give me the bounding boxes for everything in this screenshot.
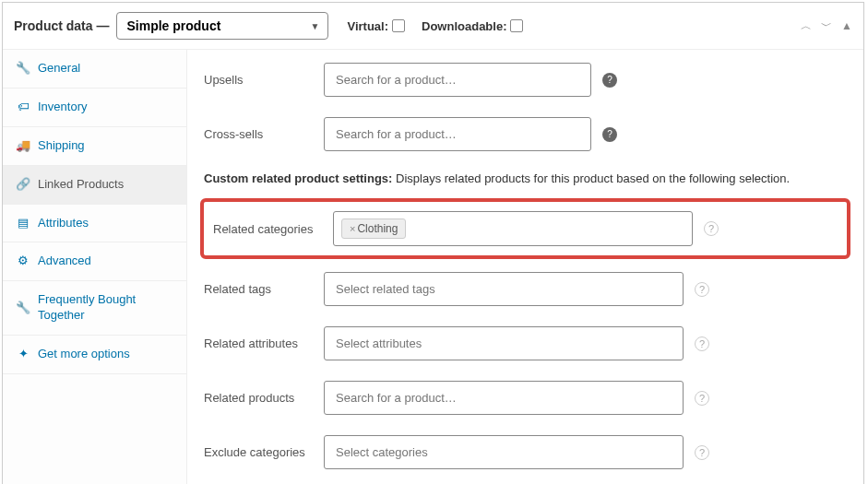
upsells-input[interactable] <box>324 63 591 97</box>
related-categories-input[interactable]: × Clothing <box>333 211 693 246</box>
exclude-categories-label: Exclude categories <box>204 445 324 459</box>
related-attributes-select[interactable]: Select attributes <box>324 326 684 360</box>
tab-label: General <box>38 61 80 77</box>
tab-frequently-bought[interactable]: 🔧 Frequently Bought Together <box>3 281 186 336</box>
header-options: Virtual: Downloadable: <box>347 19 523 33</box>
gear-icon: ⚙ <box>16 254 30 269</box>
upsells-label: Upsells <box>204 73 324 87</box>
related-products-field <box>324 381 684 415</box>
related-products-input[interactable] <box>324 381 684 415</box>
downloadable-checkbox[interactable] <box>510 19 523 32</box>
category-tag: × Clothing <box>341 218 406 239</box>
tab-label: Frequently Bought Together <box>38 292 173 324</box>
related-attributes-row: Related attributes Select attributes ? <box>204 326 847 360</box>
exclude-categories-row: Exclude categories Select categories ? <box>204 435 847 469</box>
upsells-field <box>324 63 591 97</box>
related-categories-row: Related categories × Clothing ? <box>213 211 838 246</box>
tag-text: Clothing <box>357 222 398 235</box>
panel-title: Product data — <box>14 18 109 33</box>
virtual-checkbox[interactable] <box>392 19 405 32</box>
downloadable-option[interactable]: Downloadable: <box>422 19 523 33</box>
exclude-categories-select[interactable]: Select categories <box>324 435 684 469</box>
related-categories-field: × Clothing <box>333 211 693 246</box>
upsells-row: Upsells ? <box>204 63 847 97</box>
panel-body: 🔧 General 🏷 Inventory 🚚 Shipping 🔗 Linke… <box>3 50 863 484</box>
related-products-row: Related products ? <box>204 381 847 415</box>
tag-icon: 🏷 <box>16 100 30 115</box>
product-data-panel: Product data — Simple product ▼ Virtual:… <box>2 2 864 484</box>
move-down-icon[interactable]: ﹀ <box>821 18 832 34</box>
sidebar: 🔧 General 🏷 Inventory 🚚 Shipping 🔗 Linke… <box>3 50 187 484</box>
related-categories-label: Related categories <box>213 222 333 236</box>
related-tags-select[interactable]: Select related tags <box>324 272 684 306</box>
virtual-option[interactable]: Virtual: <box>347 19 405 33</box>
help-icon[interactable]: ? <box>695 282 709 297</box>
wrench-icon: 🔧 <box>16 301 30 316</box>
custom-related-header: Custom related product settings: Display… <box>204 171 847 185</box>
tab-linked-products[interactable]: 🔗 Linked Products <box>3 166 186 205</box>
truck-icon: 🚚 <box>16 138 30 154</box>
tab-inventory[interactable]: 🏷 Inventory <box>3 89 186 127</box>
tab-label: Advanced <box>38 254 91 269</box>
help-icon[interactable]: ? <box>695 336 709 351</box>
tab-get-more-options[interactable]: ✦ Get more options <box>3 336 186 374</box>
wrench-icon: 🔧 <box>16 61 30 77</box>
custom-related-bold: Custom related product settings: <box>204 171 392 185</box>
downloadable-label: Downloadable: <box>422 19 506 33</box>
custom-related-text: Displays related products for this produ… <box>392 171 790 185</box>
related-tags-label: Related tags <box>204 282 324 296</box>
help-icon[interactable]: ? <box>695 391 709 406</box>
tab-attributes[interactable]: ▤ Attributes <box>3 205 186 243</box>
related-categories-highlight: Related categories × Clothing ? <box>200 198 850 259</box>
tab-label: Inventory <box>38 100 87 115</box>
tab-label: Get more options <box>38 347 130 362</box>
related-products-label: Related products <box>204 391 324 405</box>
product-type-wrap: Simple product ▼ <box>116 12 328 40</box>
tab-advanced[interactable]: ⚙ Advanced <box>3 242 186 281</box>
crosssells-label: Cross-sells <box>204 127 324 141</box>
virtual-label: Virtual: <box>347 19 388 33</box>
related-tags-row: Related tags Select related tags ? <box>204 272 847 306</box>
exclude-categories-field: Select categories <box>324 435 684 469</box>
related-attributes-label: Related attributes <box>204 336 324 350</box>
help-icon[interactable]: ? <box>704 221 719 236</box>
crosssells-row: Cross-sells ? <box>204 117 847 151</box>
help-icon[interactable]: ? <box>602 73 617 88</box>
linked-products-content: Upsells ? Cross-sells ? Custom related p… <box>187 50 863 484</box>
panel-header: Product data — Simple product ▼ Virtual:… <box>3 3 863 50</box>
collapse-icon[interactable]: ▲ <box>841 19 852 32</box>
help-icon[interactable]: ? <box>602 127 617 142</box>
crosssells-field <box>324 117 591 151</box>
tab-label: Linked Products <box>38 177 124 193</box>
related-tags-field: Select related tags <box>324 272 684 306</box>
remove-tag-icon[interactable]: × <box>350 223 355 234</box>
product-type-select[interactable]: Simple product <box>116 12 328 40</box>
panel-controls: ︿ ﹀ ▲ <box>801 18 852 34</box>
move-up-icon[interactable]: ︿ <box>801 18 812 34</box>
tab-label: Attributes <box>38 216 89 231</box>
tab-shipping[interactable]: 🚚 Shipping <box>3 127 186 166</box>
related-attributes-field: Select attributes <box>324 326 684 360</box>
help-icon[interactable]: ? <box>695 445 709 460</box>
link-icon: 🔗 <box>16 177 30 193</box>
crosssells-input[interactable] <box>324 117 591 151</box>
tab-label: Shipping <box>38 138 85 154</box>
tab-general[interactable]: 🔧 General <box>3 50 186 89</box>
list-icon: ▤ <box>16 216 30 231</box>
star-icon: ✦ <box>16 347 30 362</box>
